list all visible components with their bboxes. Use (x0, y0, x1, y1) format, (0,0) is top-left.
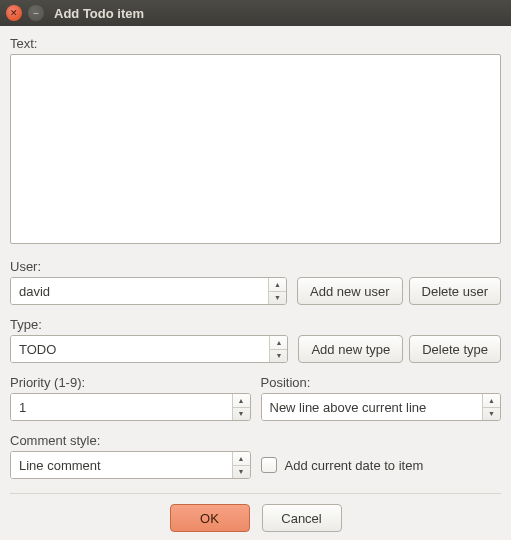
window-title: Add Todo item (54, 6, 144, 21)
dialog-footer: OK Cancel (10, 504, 501, 532)
minimize-icon[interactable]: – (28, 5, 44, 21)
user-select[interactable]: david ▲▼ (10, 277, 287, 305)
add-date-label: Add current date to item (285, 458, 424, 473)
cancel-button[interactable]: Cancel (262, 504, 342, 532)
titlebar: ✕ – Add Todo item (0, 0, 511, 26)
checkbox-icon (261, 457, 277, 473)
ok-button[interactable]: OK (170, 504, 250, 532)
close-icon[interactable]: ✕ (6, 5, 22, 21)
text-input[interactable] (10, 54, 501, 244)
user-select-value: david (11, 278, 268, 304)
dialog-content: Text: User: david ▲▼ Add new user Delete… (0, 26, 511, 540)
type-select-value: TODO (11, 336, 269, 362)
spinner-icon[interactable]: ▲▼ (232, 452, 250, 478)
spinner-icon[interactable]: ▲▼ (232, 394, 250, 420)
user-label: User: (10, 259, 287, 274)
spinner-icon[interactable]: ▲▼ (268, 278, 286, 304)
add-type-button[interactable]: Add new type (298, 335, 403, 363)
comment-style-label: Comment style: (10, 433, 251, 448)
position-label: Position: (261, 375, 502, 390)
comment-style-select[interactable]: Line comment ▲▼ (10, 451, 251, 479)
delete-user-button[interactable]: Delete user (409, 277, 501, 305)
delete-type-button[interactable]: Delete type (409, 335, 501, 363)
text-label: Text: (10, 36, 501, 51)
separator (10, 493, 501, 494)
priority-value: 1 (11, 394, 232, 420)
add-date-checkbox[interactable]: Add current date to item (261, 451, 502, 479)
priority-input[interactable]: 1 ▲▼ (10, 393, 251, 421)
type-label: Type: (10, 317, 288, 332)
spinner-icon[interactable]: ▲▼ (269, 336, 287, 362)
priority-label: Priority (1-9): (10, 375, 251, 390)
position-select[interactable]: New line above current line ▲▼ (261, 393, 502, 421)
position-select-value: New line above current line (262, 394, 483, 420)
comment-style-value: Line comment (11, 452, 232, 478)
add-user-button[interactable]: Add new user (297, 277, 403, 305)
type-select[interactable]: TODO ▲▼ (10, 335, 288, 363)
spinner-icon[interactable]: ▲▼ (482, 394, 500, 420)
